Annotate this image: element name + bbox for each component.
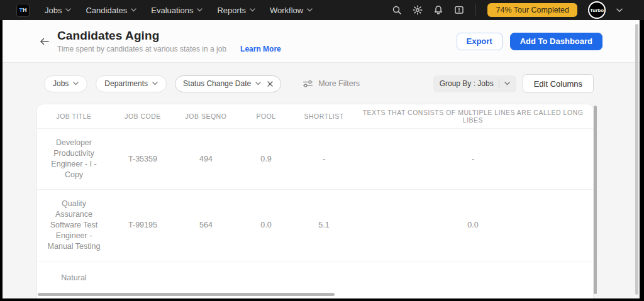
cell-job-title: Quality Assurance Software Test Engineer… [37, 190, 111, 261]
table-row[interactable]: Quality Assurance Software Test Engineer… [37, 190, 593, 261]
status-change-date-label: Status Change Date [183, 79, 251, 88]
nav-item-workflow-label: Workflow [270, 6, 303, 15]
table-row[interactable]: Developer Productivity Engineer - I - Co… [37, 129, 593, 190]
tour-progress-badge[interactable]: 74% Tour Completed [487, 3, 577, 17]
learn-more-link[interactable]: Learn More [240, 45, 281, 53]
group-by-divider [499, 79, 499, 88]
group-by-label: Group By : Jobs [440, 79, 494, 88]
nav-item-candidates[interactable]: Candidates [86, 6, 136, 15]
add-to-dashboard-button[interactable]: Add To Dashboard [510, 33, 602, 50]
nav-item-candidates-label: Candidates [86, 6, 127, 15]
nav-left: T H Jobs Candidates Evaluations Reports … [16, 4, 313, 17]
column-header-long-text[interactable]: TEXTS THAT CONSISTS OF MULTIPLE LINES AR… [353, 104, 593, 129]
chevron-down-icon [504, 82, 510, 85]
nav-item-jobs-label: Jobs [45, 6, 62, 15]
edit-columns-label: Edit Columns [534, 79, 582, 89]
app-screen: T H Jobs Candidates Evaluations Reports … [0, 0, 644, 301]
column-header-job-seqno[interactable]: JOB SEQNO [175, 104, 237, 129]
gear-icon[interactable] [413, 5, 423, 15]
search-icon[interactable] [392, 5, 402, 15]
cell-job-seqno [175, 261, 237, 293]
column-header-job-title[interactable]: JOB TITLE [37, 104, 111, 129]
nav-right: 74% Tour Completed Turbo [392, 1, 623, 19]
cell-long-text: - [353, 129, 593, 190]
cell-long-text [353, 261, 593, 293]
jobs-filter-dropdown[interactable]: Jobs [44, 75, 87, 92]
top-nav: T H Jobs Candidates Evaluations Reports … [0, 0, 644, 20]
report-table-card: JOB TITLE JOB CODE JOB SEQNO POOL SHORTL… [36, 104, 594, 298]
more-filters-label: More Filters [318, 79, 360, 88]
page-scrollbar[interactable] [635, 24, 638, 295]
page-title: Candidates Aging [57, 29, 281, 43]
page-subtitle: Time spent by candidates at various stat… [57, 45, 226, 53]
cell-pool: 0.0 [237, 190, 295, 261]
avatar[interactable]: Turbo [588, 1, 606, 19]
close-icon[interactable] [267, 81, 273, 87]
filter-bar: Jobs Departments Status Change Date [44, 74, 594, 93]
departments-filter-label: Departments [104, 79, 148, 88]
column-header-job-code[interactable]: JOB CODE [111, 104, 175, 129]
candidates-aging-table: JOB TITLE JOB CODE JOB SEQNO POOL SHORTL… [37, 104, 593, 292]
table-vertical-scrollbar[interactable] [594, 106, 597, 294]
departments-filter-dropdown[interactable]: Departments [96, 75, 167, 92]
sliders-icon [303, 80, 313, 87]
nav-item-evaluations[interactable]: Evaluations [151, 6, 203, 15]
more-filters-button[interactable]: More Filters [303, 79, 360, 88]
edit-columns-button[interactable]: Edit Columns [523, 74, 594, 93]
cell-job-title: Developer Productivity Engineer - I - Co… [37, 129, 111, 190]
account-chevron-down-icon[interactable] [616, 8, 623, 13]
cell-job-title: Natural [37, 261, 111, 293]
bell-icon[interactable] [433, 5, 443, 15]
nav-item-reports[interactable]: Reports [217, 6, 255, 15]
column-header-shortlist[interactable]: SHORTLIST [295, 104, 353, 129]
status-change-date-filter-chip[interactable]: Status Change Date [175, 75, 281, 92]
nav-item-workflow[interactable]: Workflow [270, 6, 313, 15]
table-header-row: JOB TITLE JOB CODE JOB SEQNO POOL SHORTL… [37, 104, 593, 129]
chevron-down-icon [307, 8, 313, 12]
table-controls: Group By : Jobs Edit Columns [433, 74, 594, 93]
cell-shortlist: - [295, 129, 353, 190]
cell-job-code [111, 261, 175, 293]
chevron-down-icon [152, 82, 158, 85]
cell-shortlist [295, 261, 353, 293]
chevron-down-icon [73, 82, 79, 85]
chevron-down-icon [255, 82, 261, 85]
chevron-down-icon [131, 8, 136, 12]
chevron-down-icon [197, 8, 203, 12]
page-header: Candidates Aging Time spent by candidate… [3, 20, 640, 63]
jobs-filter-label: Jobs [53, 79, 69, 88]
chevron-down-icon [250, 8, 255, 12]
chevron-down-icon [65, 8, 71, 12]
column-header-pool[interactable]: POOL [237, 104, 295, 129]
cell-job-code: T-35359 [111, 129, 175, 190]
header-buttons: Export Add To Dashboard [457, 33, 602, 50]
cell-pool [237, 261, 295, 293]
cell-job-code: T-99195 [111, 190, 175, 261]
cell-long-text: 0.0 [353, 190, 593, 261]
nav-item-reports-label: Reports [217, 6, 246, 15]
nav-item-evaluations-label: Evaluations [151, 6, 193, 15]
cell-shortlist: 5.1 [295, 190, 353, 261]
nav-divider [475, 4, 476, 16]
report-page: Candidates Aging Time spent by candidate… [3, 20, 640, 298]
group-by-dropdown[interactable]: Group By : Jobs [433, 75, 516, 92]
avatar-label: Turbo [590, 8, 604, 13]
back-arrow-icon[interactable] [39, 37, 50, 46]
table-row[interactable]: Natural [37, 261, 593, 293]
cell-pool: 0.9 [237, 129, 295, 190]
cell-job-seqno: 494 [175, 129, 237, 190]
cell-job-seqno: 564 [175, 190, 237, 261]
app-logo-text-h: H [23, 7, 27, 13]
nav-item-jobs[interactable]: Jobs [45, 6, 71, 15]
feedback-icon[interactable] [454, 5, 464, 15]
app-logo[interactable]: T H [16, 4, 30, 17]
title-block: Candidates Aging Time spent by candidate… [57, 29, 281, 53]
export-button[interactable]: Export [457, 33, 502, 50]
table-horizontal-scrollbar[interactable] [38, 293, 335, 296]
